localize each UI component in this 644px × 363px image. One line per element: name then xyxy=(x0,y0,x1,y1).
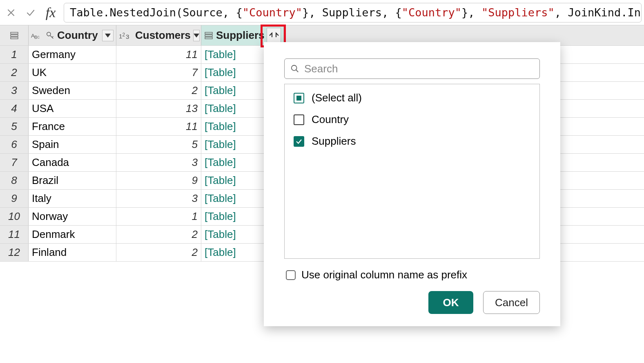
cell-country: Brazil xyxy=(29,172,116,189)
cell-country: Germany xyxy=(29,46,116,63)
option-label: Country xyxy=(312,113,349,126)
expand-column-popover: (Select all) Country Suppliers Use origi… xyxy=(264,42,560,326)
row-number: 10 xyxy=(0,208,29,225)
row-number: 6 xyxy=(0,136,29,153)
table-type-icon xyxy=(204,31,214,40)
expand-column-button[interactable] xyxy=(267,28,281,43)
cell-country: Canada xyxy=(29,154,116,171)
svg-rect-2 xyxy=(11,37,18,39)
search-field[interactable] xyxy=(304,63,534,75)
row-number: 3 xyxy=(0,82,29,99)
cell-country: France xyxy=(29,118,116,135)
row-number: 2 xyxy=(0,64,29,81)
svg-text:C: C xyxy=(37,35,40,39)
checkbox-indeterminate-icon xyxy=(294,93,304,103)
cell-country: Spain xyxy=(29,136,116,153)
row-number: 9 xyxy=(0,190,29,207)
row-number: 5 xyxy=(0,118,29,135)
cell-customers: 3 xyxy=(116,190,201,207)
svg-point-6 xyxy=(47,32,51,36)
fx-icon: fx xyxy=(42,5,59,20)
cell-country: Italy xyxy=(29,190,116,207)
cell-customers: 13 xyxy=(116,100,201,117)
formula-input[interactable]: Table.NestedJoin(Source, {"Country"}, Su… xyxy=(64,3,642,22)
option-suppliers-checkbox[interactable]: Suppliers xyxy=(294,135,530,148)
key-icon xyxy=(46,31,55,40)
column-label: Suppliers xyxy=(216,29,264,42)
row-number: 8 xyxy=(0,172,29,189)
svg-rect-11 xyxy=(205,35,212,36)
cell-customers: 2 xyxy=(116,244,201,261)
row-number: 1 xyxy=(0,46,29,63)
cell-country: Sweden xyxy=(29,82,116,99)
svg-text:3: 3 xyxy=(126,33,129,40)
cell-customers: 1 xyxy=(116,208,201,225)
cell-customers: 3 xyxy=(116,154,201,171)
cell-customers: 11 xyxy=(116,46,201,63)
select-all-checkbox[interactable]: (Select all) xyxy=(294,92,530,104)
number-type-icon: 123 xyxy=(119,31,133,40)
svg-text:1: 1 xyxy=(119,32,123,39)
filter-dropdown-button[interactable] xyxy=(193,30,200,41)
svg-rect-0 xyxy=(11,32,18,34)
row-number: 11 xyxy=(0,226,29,243)
option-country-checkbox[interactable]: Country xyxy=(294,113,530,126)
row-number: 12 xyxy=(0,244,29,261)
row-number: 7 xyxy=(0,154,29,171)
svg-text:2: 2 xyxy=(123,31,125,37)
text-type-icon: ABC xyxy=(31,31,43,40)
cell-customers: 2 xyxy=(116,82,201,99)
search-input[interactable] xyxy=(284,58,540,79)
cell-country: Denmark xyxy=(29,226,116,243)
row-number: 4 xyxy=(0,100,29,117)
use-prefix-label: Use original column name as prefix xyxy=(301,269,467,281)
checkbox-checked-icon xyxy=(294,136,304,147)
svg-rect-12 xyxy=(205,37,212,39)
select-all-label: (Select all) xyxy=(312,92,362,104)
formula-text: Table.NestedJoin(Source, {"Country"}, Su… xyxy=(70,6,642,19)
cell-country: UK xyxy=(29,64,116,81)
formula-bar: fx Table.NestedJoin(Source, {"Country"},… xyxy=(0,0,644,25)
checkbox-unchecked-icon xyxy=(286,270,296,280)
column-header-customers[interactable]: 123 Customers xyxy=(116,25,201,45)
cell-country: Finland xyxy=(29,244,116,261)
cell-country: USA xyxy=(29,100,116,117)
select-all-rows[interactable] xyxy=(0,25,29,45)
dialog-buttons: OK Cancel xyxy=(284,291,540,314)
column-options-list: (Select all) Country Suppliers xyxy=(284,84,540,259)
cell-customers: 7 xyxy=(116,64,201,81)
cell-customers: 11 xyxy=(116,118,201,135)
column-label: Country xyxy=(57,29,98,42)
ok-button[interactable]: OK xyxy=(428,291,473,314)
svg-rect-1 xyxy=(11,35,18,36)
cell-customers: 5 xyxy=(116,136,201,153)
column-label: Customers xyxy=(135,29,191,42)
svg-rect-10 xyxy=(205,32,212,34)
cell-customers: 2 xyxy=(116,226,201,243)
search-icon xyxy=(290,64,299,73)
cancel-button[interactable]: Cancel xyxy=(483,291,540,314)
cancel-formula-button[interactable] xyxy=(2,4,20,21)
use-prefix-checkbox[interactable]: Use original column name as prefix xyxy=(286,269,540,281)
cell-country: Norway xyxy=(29,208,116,225)
commit-formula-button[interactable] xyxy=(22,4,39,21)
option-label: Suppliers xyxy=(312,135,356,148)
cell-customers: 9 xyxy=(116,172,201,189)
column-header-country[interactable]: ABC Country xyxy=(29,25,116,45)
svg-point-13 xyxy=(292,65,297,71)
checkbox-unchecked-icon xyxy=(294,114,304,125)
filter-dropdown-button[interactable] xyxy=(102,30,114,41)
